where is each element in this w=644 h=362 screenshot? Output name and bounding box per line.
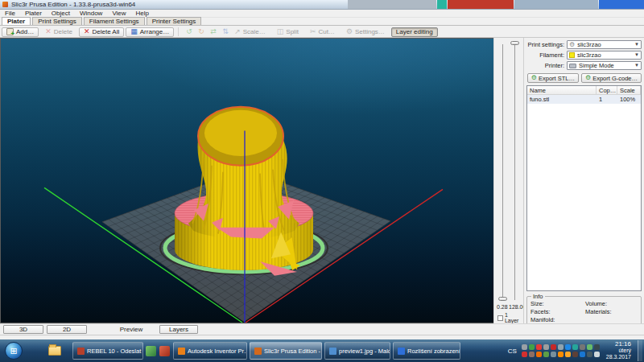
explorer-folder-icon[interactable]: [48, 346, 61, 356]
layer-slider-max-thumb[interactable]: [510, 41, 519, 45]
menu-plater[interactable]: Plater: [20, 10, 47, 17]
tray-icon[interactable]: [551, 344, 556, 350]
tab-print-settings[interactable]: Print Settings: [32, 17, 82, 25]
filament-combo[interactable]: slic3rzao ▼: [567, 51, 642, 60]
tab-filament-settings[interactable]: Filament Settings: [84, 17, 145, 25]
menu-help[interactable]: Help: [131, 10, 154, 17]
chevron-down-icon: ▼: [634, 62, 640, 69]
layer-slider-min-thumb[interactable]: [498, 297, 507, 301]
table-row[interactable]: funo.stl 1 100%: [527, 95, 641, 104]
delete-icon: ✕: [45, 28, 52, 35]
object-list[interactable]: Name Cop… Scale funo.stl 1 100%: [526, 85, 642, 291]
column-scale[interactable]: Scale: [617, 86, 641, 94]
3d-scene: [1, 39, 494, 324]
view-tab-layers[interactable]: Layers: [159, 325, 198, 334]
tray-icon[interactable]: [543, 344, 549, 350]
view-tab-2d[interactable]: 2D: [47, 325, 87, 334]
tray-icon[interactable]: [522, 344, 527, 350]
tray-icon[interactable]: [536, 344, 542, 350]
settings-button: ⚙ Settings…: [341, 27, 390, 37]
one-layer-label: 1 Layer: [505, 312, 523, 323]
taskbar-button-inventor[interactable]: Autodesk Inventor Pr…: [173, 342, 247, 360]
tray-row-0: [522, 344, 600, 350]
tray-icon[interactable]: [536, 352, 542, 357]
one-layer-checkbox[interactable]: [497, 315, 503, 321]
print-settings-combo[interactable]: ⚙ slic3rzao ▼: [567, 40, 642, 49]
split-button: ◫ Split: [272, 27, 303, 37]
tray-icon[interactable]: [572, 344, 578, 350]
taskbar-button-slic3r[interactable]: Slic3r Prusa Edition - …: [250, 342, 322, 360]
inventor-app-icon: [178, 348, 185, 355]
add-icon: [6, 28, 14, 35]
tray-icon[interactable]: [529, 344, 535, 350]
arrange-button[interactable]: ▦ Arrange…: [126, 27, 174, 37]
clock-date: 28.3.2017: [606, 354, 631, 360]
layer-editing-button[interactable]: Layer editing: [391, 27, 438, 37]
export-stl-icon: ⚙: [531, 75, 537, 81]
column-copies[interactable]: Cop…: [597, 86, 617, 94]
rotate-ccw-button: ↺: [181, 27, 192, 37]
language-indicator[interactable]: CS: [506, 348, 518, 355]
export-gcode-button[interactable]: ⚙ Export G-code…: [581, 73, 642, 83]
tray-icon[interactable]: [558, 344, 564, 350]
tray-icon[interactable]: [565, 344, 571, 350]
export-buttons: ⚙ Export STL… ⚙ Export G-code…: [526, 73, 642, 83]
tab-plater[interactable]: Plater: [2, 17, 31, 25]
printer-row: Printer: Simple Mode ▼: [526, 61, 642, 70]
start-button[interactable]: ⊞: [5, 342, 23, 360]
taskbar: ⊞ REBEL 10 - Odeslat o… Autodesk Invento…: [0, 339, 644, 362]
tray-icon[interactable]: [558, 352, 564, 357]
taskbar-button-display-settings[interactable]: Rozlišení zobrazení: [393, 342, 460, 360]
view-tab-preview[interactable]: Preview: [106, 325, 156, 334]
window-title: Slic3r Prusa Edition - 1.33.8-prusa3d-wi…: [11, 1, 135, 8]
tray-icon[interactable]: [580, 344, 585, 350]
chevron-down-icon: ▼: [634, 41, 640, 48]
plater-sidebar: Print settings: ⚙ slic3rzao ▼ Filament: …: [523, 38, 644, 323]
delete-all-icon: ✕: [84, 28, 90, 35]
print-settings-label: Print settings:: [526, 41, 567, 48]
tray-icon[interactable]: [572, 352, 578, 357]
tray-row-1: [522, 352, 600, 357]
layer-min-value: 0.28: [497, 304, 508, 310]
tray-icon[interactable]: [551, 352, 556, 357]
scale-button: ↗ Scale…: [229, 27, 270, 37]
taskbar-clock[interactable]: 21:16 úterý 28.3.2017: [603, 341, 634, 360]
tray-icon[interactable]: [580, 352, 585, 357]
add-button[interactable]: Add…: [2, 27, 39, 37]
layer-slider-min-track[interactable]: [502, 44, 503, 300]
pinned-app-icon[interactable]: [159, 346, 170, 356]
windows-flag-icon: ⊞: [10, 346, 17, 356]
column-name[interactable]: Name: [527, 86, 597, 94]
taskbar-button-rebel[interactable]: REBEL 10 - Odeslat o…: [72, 342, 143, 360]
tray-icon[interactable]: [565, 352, 571, 357]
menu-object[interactable]: Object: [47, 10, 75, 17]
opening-inner-wall: [204, 110, 277, 156]
tray-icon[interactable]: [522, 352, 527, 357]
3d-viewport[interactable]: [0, 38, 493, 323]
layer-slider-max-track[interactable]: [514, 44, 515, 300]
export-stl-button[interactable]: ⚙ Export STL…: [527, 73, 579, 83]
menu-file[interactable]: File: [0, 10, 20, 17]
menu-window[interactable]: Window: [75, 10, 107, 17]
tray-icon[interactable]: [529, 352, 535, 357]
window-titlebar[interactable]: Slic3r Prusa Edition - 1.33.8-prusa3d-wi…: [0, 0, 644, 10]
tray-icon[interactable]: [594, 344, 600, 350]
show-desktop-button[interactable]: [638, 340, 642, 361]
cut-button: ✂ Cut…: [305, 27, 340, 37]
tray-icon[interactable]: [543, 352, 549, 357]
tray-icon[interactable]: [587, 352, 592, 357]
menu-view[interactable]: View: [107, 10, 130, 17]
tab-printer-settings[interactable]: Printer Settings: [147, 17, 202, 25]
delete-all-button[interactable]: ✕ Delete All: [79, 27, 124, 37]
printer-combo[interactable]: Simple Mode ▼: [567, 61, 642, 70]
clock-time: 21:16: [606, 341, 631, 348]
filament-row: Filament: slic3rzao ▼: [526, 51, 642, 60]
rotate-cw-button: ↻: [193, 27, 204, 37]
layer-slider-panel: 0.28 128.00 1 Layer: [493, 38, 523, 323]
taskbar-button-paint[interactable]: preview1.jpg - Malov…: [324, 342, 390, 360]
view-tab-3d[interactable]: 3D: [3, 325, 43, 334]
split-icon: ◫: [277, 28, 284, 35]
pinned-app-icon[interactable]: [146, 346, 156, 356]
tray-icon[interactable]: [587, 344, 592, 350]
tray-icon[interactable]: [594, 352, 600, 357]
